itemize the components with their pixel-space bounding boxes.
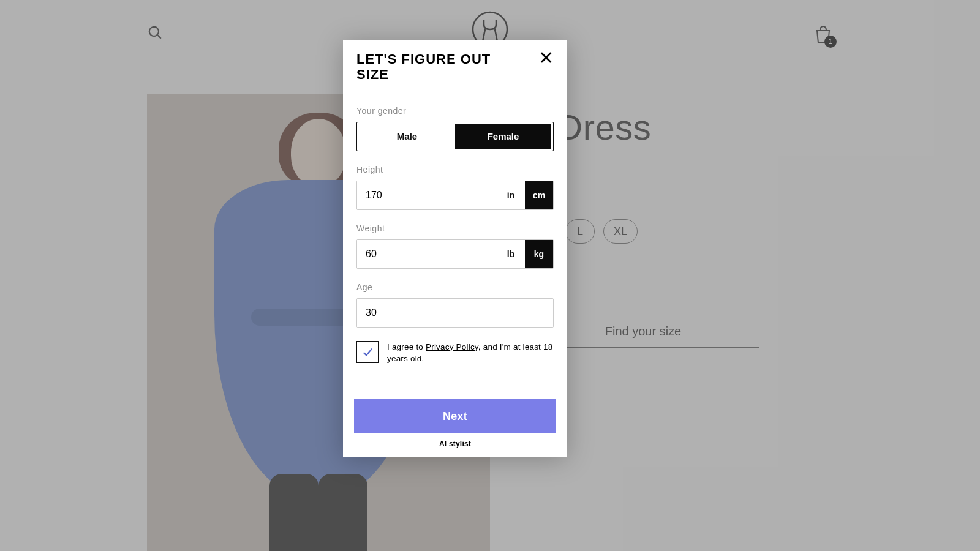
gender-option-female[interactable]: Female <box>455 124 551 149</box>
weight-unit-lb[interactable]: lb <box>497 240 525 268</box>
check-icon <box>362 347 373 358</box>
age-input[interactable] <box>357 299 553 327</box>
privacy-policy-link[interactable]: Privacy Policy <box>426 342 478 351</box>
modal-footer: Next AI stylist <box>343 392 567 457</box>
size-finder-modal: LET'S FIGURE OUT SIZE ✕ Your gender Male… <box>343 40 567 457</box>
next-button[interactable]: Next <box>354 399 556 433</box>
height-unit-cm[interactable]: cm <box>525 181 553 209</box>
weight-input[interactable] <box>357 240 497 268</box>
weight-label: Weight <box>356 223 554 233</box>
consent-checkbox[interactable] <box>356 341 379 363</box>
age-label: Age <box>356 282 554 292</box>
modal-body[interactable]: Your gender Male Female Height in cm Wei… <box>343 88 567 392</box>
height-unit-in[interactable]: in <box>497 181 525 209</box>
age-input-row <box>356 298 554 328</box>
ai-stylist-brand: AI stylist <box>354 440 556 448</box>
gender-label: Your gender <box>356 106 554 116</box>
height-input[interactable] <box>357 181 497 209</box>
gender-segmented: Male Female <box>356 122 554 151</box>
consent-row: I agree to Privacy Policy, and I'm at le… <box>356 341 554 365</box>
weight-input-row: lb kg <box>356 239 554 269</box>
height-label: Height <box>356 165 554 174</box>
weight-unit-kg[interactable]: kg <box>525 240 553 268</box>
close-icon[interactable]: ✕ <box>538 49 554 67</box>
modal-title: LET'S FIGURE OUT SIZE <box>356 51 503 83</box>
consent-text: I agree to Privacy Policy, and I'm at le… <box>387 341 554 365</box>
gender-option-male[interactable]: Male <box>359 124 455 149</box>
modal-header: LET'S FIGURE OUT SIZE ✕ <box>343 40 567 88</box>
consent-prefix: I agree to <box>387 342 426 351</box>
height-input-row: in cm <box>356 181 554 210</box>
